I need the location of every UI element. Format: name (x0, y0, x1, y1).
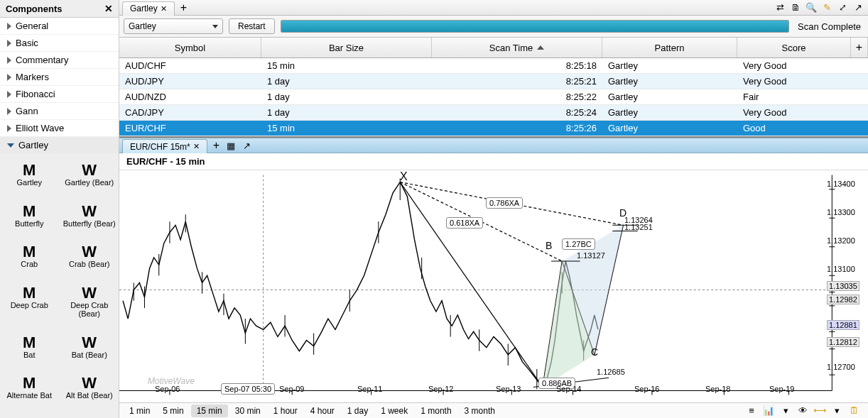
palette-deep-crab[interactable]: MDeep Crab (0, 282, 59, 331)
pattern-glyph-icon: M (23, 204, 36, 219)
progress-bar (281, 20, 789, 33)
table-row[interactable]: EUR/CHF15 min8:25:26GartleyGood (119, 121, 868, 136)
search-icon[interactable]: 🔍 (805, 2, 817, 13)
add-column-button[interactable]: + (851, 38, 868, 57)
palette-gartley[interactable]: MGartley (0, 160, 59, 199)
timeframe-3month[interactable]: 3 month (459, 405, 501, 417)
sidebar-item-label: Elliott Wave (16, 123, 64, 133)
sidebar-item-gartley[interactable]: Gartley (0, 137, 119, 154)
palette-alternate-bat[interactable]: MAlternate Bat (0, 373, 59, 412)
x-tick: Sep-06 (155, 385, 180, 393)
x-tick: Sep-16 (634, 385, 659, 393)
col-score[interactable]: Score (737, 38, 851, 57)
table-row[interactable]: AUD/JPY1 day8:25:21GartleyVery Good (119, 74, 868, 89)
popout-icon[interactable]: ↗ (852, 2, 864, 13)
close-icon[interactable]: ✕ (161, 4, 167, 13)
sidebar-item-fibonacci[interactable]: Fibonacci (0, 86, 119, 103)
sidebar-item-markers[interactable]: Markers (0, 69, 119, 86)
palette-bat[interactable]: MBat (0, 332, 59, 372)
pattern-glyph-icon: W (82, 163, 97, 178)
components-sidebar: Components ✕ GeneralBasicCommentaryMarke… (0, 0, 119, 418)
table-row[interactable]: AUD/CHF15 min8:25:18GartleyVery Good (119, 58, 868, 74)
pattern-glyph-icon: W (82, 204, 97, 219)
y-tick: 1.12881 (827, 320, 859, 330)
swap-icon[interactable]: ⇄ (774, 2, 786, 13)
strategy-dropdown[interactable]: Gartley (124, 18, 223, 34)
list-icon[interactable]: ≡ (746, 405, 757, 417)
timeframe-1min[interactable]: 1 min (124, 405, 156, 417)
chevron-right-icon (7, 57, 11, 64)
y-tick: 1.13035 (827, 281, 859, 291)
palette-gartley-bear-[interactable]: WGartley (Bear) (60, 160, 119, 199)
palette-bat-bear-[interactable]: WBat (Bear) (60, 332, 119, 372)
chart-body[interactable]: X B C D 0.786XA 0.618XA 1.27BC 0.886AB 1… (119, 170, 868, 402)
x-tick: Sep-11 (357, 385, 382, 393)
close-icon[interactable]: ✕ (193, 142, 200, 151)
crosshair-time: Sep-07 05:30 (221, 383, 275, 395)
palette-butterfly-bear-[interactable]: WButterfly (Bear) (60, 201, 119, 241)
timeframe-30min[interactable]: 30 min (229, 405, 266, 417)
sidebar-item-gann[interactable]: Gann (0, 103, 119, 120)
timeframe-15min[interactable]: 15 min (191, 405, 228, 417)
y-tick: 1.13100 (827, 265, 855, 273)
palette-alt-bat-bear-[interactable]: WAlt Bat (Bear) (60, 373, 119, 412)
sidebar-item-elliott-wave[interactable]: Elliott Wave (0, 120, 119, 137)
level-a: 1.12685 (597, 368, 625, 376)
table-row[interactable]: AUD/NZD1 day8:25:22GartleyFair (119, 89, 868, 105)
add-chart-tab-button[interactable]: + (207, 139, 225, 152)
pencil-icon[interactable]: ✎ (821, 2, 832, 13)
expand-icon[interactable]: ⤢ (837, 2, 848, 13)
sidebar-item-label: Basic (16, 38, 38, 48)
col-barsize[interactable]: Bar Size (261, 38, 432, 57)
table-header: Symbol Bar Size Scan Time Pattern Score … (119, 38, 868, 58)
sidebar-item-basic[interactable]: Basic (0, 35, 119, 52)
timeframe-1day[interactable]: 1 day (342, 405, 374, 417)
palette-butterfly[interactable]: MButterfly (0, 201, 59, 241)
timeframe-5min[interactable]: 5 min (157, 405, 189, 417)
timeframe-4hour[interactable]: 4 hour (305, 405, 340, 417)
palette-crab[interactable]: MCrab (0, 241, 59, 281)
sidebar-item-label: Gartley (18, 140, 48, 150)
y-tick: 1.13400 (827, 180, 855, 188)
dropdown-icon[interactable]: ▾ (831, 405, 842, 417)
pattern-glyph-icon: W (82, 244, 97, 260)
chart-title: EUR/CHF - 15 min (119, 153, 868, 170)
timeframe-1week[interactable]: 1 week (375, 405, 413, 417)
sidebar-item-commentary[interactable]: Commentary (0, 52, 119, 69)
chart-tab[interactable]: EUR/CHF 15m* ✕ (122, 139, 207, 153)
col-pattern[interactable]: Pattern (602, 38, 737, 57)
restart-button[interactable]: Restart (229, 18, 275, 34)
table-row[interactable]: CAD/JPY1 day8:25:24GartleyVery Good (119, 105, 868, 121)
calendar-icon[interactable]: 🗓 (848, 405, 859, 417)
scan-toolbar: Gartley Restart Scan Complete (119, 16, 868, 38)
sidebar-item-general[interactable]: General (0, 18, 119, 35)
chevron-right-icon (7, 23, 11, 30)
eye-icon[interactable]: 👁 (797, 405, 808, 417)
svg-line-24 (400, 182, 543, 387)
range-icon[interactable]: ⟷ (814, 405, 825, 417)
dropdown-icon[interactable]: ▾ (780, 405, 791, 417)
y-tick: 1.12982 (827, 295, 859, 304)
close-icon[interactable]: ✕ (104, 3, 113, 14)
level-d2: 1.13251 (624, 223, 653, 231)
col-symbol[interactable]: Symbol (119, 38, 261, 57)
x-tick: Sep-18 (705, 385, 730, 393)
label-127bc: 1.27BC (562, 238, 595, 250)
palette-deep-crab-bear-[interactable]: WDeep Crab (Bear) (60, 282, 119, 331)
sidebar-item-label: Markers (16, 72, 49, 82)
grid-icon[interactable]: ▦ (225, 140, 237, 151)
sidebar-item-label: Commentary (16, 55, 68, 65)
timeframe-1hour[interactable]: 1 hour (268, 405, 303, 417)
tab-gartley[interactable]: Gartley ✕ (122, 1, 175, 16)
pattern-glyph-icon: M (23, 375, 36, 391)
popout-icon[interactable]: ↗ (241, 140, 252, 151)
x-tick: Sep-13 (496, 385, 521, 393)
candle-icon[interactable]: 📊 (763, 405, 774, 417)
timeframe-1month[interactable]: 1 month (415, 405, 457, 417)
col-scantime[interactable]: Scan Time (432, 38, 602, 57)
palette-crab-bear-[interactable]: WCrab (Bear) (60, 241, 119, 281)
x-tick: Sep-12 (428, 385, 453, 393)
document-icon[interactable]: 🗎 (790, 2, 801, 13)
x-tick: Sep-09 (279, 385, 304, 393)
add-tab-button[interactable]: + (175, 1, 192, 14)
